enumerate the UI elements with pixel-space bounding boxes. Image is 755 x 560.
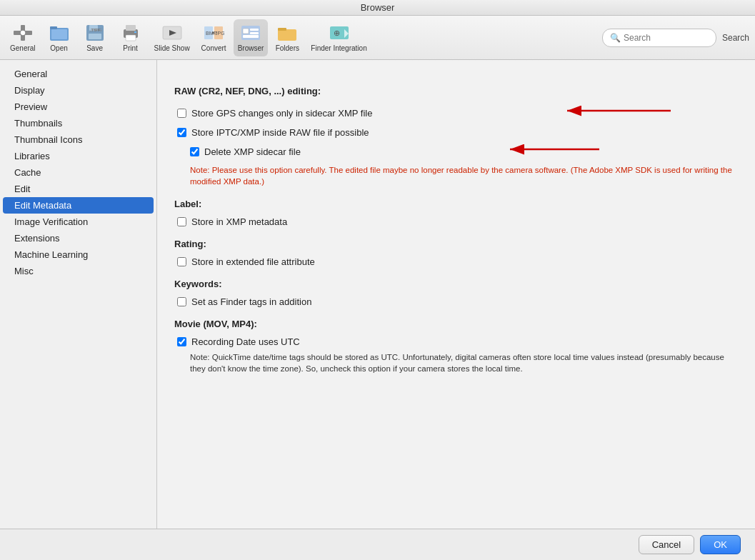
sidebar: General Display Preview Thumbnails Thumb…	[0, 60, 157, 529]
raw-section: RAW (CR2, NEF, DNG, ...) editing: Store …	[174, 86, 738, 187]
checkbox-recording-date-label: Recording Date uses UTC	[191, 336, 300, 347]
svg-rect-15	[134, 31, 136, 33]
checkbox-gps[interactable]	[177, 109, 186, 118]
sidebar-item-extensions[interactable]: Extensions	[3, 230, 154, 246]
toolbar-slideshow-label: Slide Show	[154, 44, 190, 52]
label-section-title: Label:	[174, 199, 738, 209]
sidebar-item-display[interactable]: Display	[3, 82, 154, 99]
movie-section-title: Movie (MOV, MP4):	[174, 319, 738, 329]
checkbox-store-xmp-label: Store in XMP metadata	[191, 216, 287, 227]
checkbox-iptc-label: Store IPTC/XMP inside RAW file if possib…	[191, 127, 369, 138]
toolbar-browser[interactable]: Browser	[234, 19, 269, 56]
toolbar-general-label: General	[10, 44, 36, 52]
svg-rect-14	[126, 35, 136, 41]
svg-rect-28	[278, 29, 296, 41]
checkbox-iptc-row: Store IPTC/XMP inside RAW file if possib…	[174, 127, 738, 138]
sidebar-item-machine-learning[interactable]: Machine Learning	[3, 246, 154, 263]
toolbar-print-label: Print	[123, 44, 138, 52]
toolbar-general[interactable]: General	[6, 19, 40, 56]
main-layout: General Display Preview Thumbnails Thumb…	[0, 60, 755, 529]
svg-rect-8	[89, 34, 101, 39]
movie-section: Movie (MOV, MP4): Recording Date uses UT…	[174, 319, 738, 374]
svg-text:⊕: ⊕	[334, 29, 340, 37]
folders-icon	[276, 23, 299, 43]
toolbar-convert[interactable]: BMP JPG Convert	[197, 19, 231, 56]
search-icon: 🔍	[610, 33, 621, 43]
sidebar-item-cache[interactable]: Cache	[3, 164, 154, 181]
svg-rect-4	[50, 26, 57, 29]
checkbox-finder-tags[interactable]	[177, 297, 186, 306]
sidebar-item-misc[interactable]: Misc	[3, 263, 154, 279]
cancel-button[interactable]: Cancel	[639, 535, 694, 554]
svg-rect-13	[126, 25, 136, 31]
checkbox-store-extended-row: Store in extended file attribute	[174, 256, 738, 267]
checkbox-iptc[interactable]	[177, 128, 186, 137]
checkbox-gps-row: Store GPS changes only in sidecar XMP fi…	[174, 108, 372, 119]
slideshow-icon	[161, 23, 184, 43]
svg-point-2	[20, 30, 26, 36]
sidebar-item-thumbnail-icons[interactable]: Thumbnail Icons	[3, 131, 154, 148]
svg-rect-25	[250, 29, 259, 31]
browser-icon	[239, 23, 262, 43]
toolbar-finder-label: Finder Integration	[311, 44, 366, 52]
checkbox-recording-date-row: Recording Date uses UTC	[174, 336, 738, 347]
title-bar: Browser	[0, 0, 755, 16]
sidebar-item-general[interactable]: General	[3, 66, 154, 82]
bottom-bar: Cancel OK	[0, 529, 755, 560]
save-icon: TIFF JPG PNG	[84, 23, 106, 43]
search-label: Search	[722, 33, 749, 43]
checkbox-recording-date[interactable]	[177, 337, 186, 346]
checkbox-finder-tags-label: Set as Finder tags in addition	[191, 296, 311, 307]
svg-rect-26	[250, 32, 259, 34]
content-inner: RAW (CR2, NEF, DNG, ...) editing: Store …	[174, 86, 738, 529]
svg-rect-29	[278, 28, 286, 31]
svg-rect-5	[51, 29, 67, 39]
sidebar-item-edit[interactable]: Edit	[3, 181, 154, 197]
toolbar-folders-label: Folders	[276, 44, 299, 52]
toolbar-browser-label: Browser	[238, 44, 264, 52]
raw-section-title: RAW (CR2, NEF, DNG, ...) editing:	[174, 86, 738, 96]
toolbar-slideshow[interactable]: Slide Show	[150, 19, 194, 56]
search-box[interactable]: 🔍	[602, 29, 716, 47]
sidebar-item-image-verification[interactable]: Image Verification	[3, 214, 154, 230]
movie-note: Note: QuickTime date/time tags should be…	[190, 351, 733, 374]
checkbox-store-extended[interactable]	[177, 257, 186, 266]
toolbar-open-label: Open	[50, 44, 67, 52]
checkbox-store-extended-label: Store in extended file attribute	[191, 256, 315, 267]
checkbox-store-xmp[interactable]	[177, 217, 186, 226]
toolbar-save[interactable]: TIFF JPG PNG Save	[79, 19, 111, 56]
convert-icon: BMP JPG	[202, 23, 225, 43]
svg-rect-24	[243, 29, 249, 34]
general-icon	[11, 23, 34, 43]
arrow-gps	[560, 101, 674, 123]
checkbox-store-xmp-row: Store in XMP metadata	[174, 216, 738, 227]
sidebar-item-preview[interactable]: Preview	[3, 99, 154, 115]
sidebar-item-edit-metadata[interactable]: Edit Metadata	[3, 197, 154, 214]
content-area: RAW (CR2, NEF, DNG, ...) editing: Store …	[157, 60, 755, 529]
sidebar-item-thumbnails[interactable]: Thumbnails	[3, 115, 154, 131]
ok-button[interactable]: OK	[700, 535, 741, 554]
rating-section-title: Rating:	[174, 239, 738, 249]
rating-section: Rating: Store in extended file attribute	[174, 239, 738, 267]
keywords-section-title: Keywords:	[174, 279, 738, 289]
arrow-delete-xmp	[503, 139, 603, 161]
print-icon	[119, 23, 142, 43]
svg-text:PNG: PNG	[94, 28, 102, 32]
checkbox-delete-xmp[interactable]	[190, 147, 199, 156]
toolbar-print[interactable]: Print	[114, 19, 147, 56]
open-icon	[48, 23, 71, 43]
toolbar-finder[interactable]: ⊕ Finder Integration	[306, 19, 371, 56]
label-section: Label: Store in XMP metadata	[174, 199, 738, 227]
checkbox-delete-xmp-label: Delete XMP sidecar file	[204, 146, 301, 157]
toolbar: General Open TIFF JPG PNG Save	[0, 16, 755, 60]
sidebar-item-libraries[interactable]: Libraries	[3, 148, 154, 164]
search-input[interactable]	[624, 33, 709, 43]
checkbox-finder-tags-row: Set as Finder tags in addition	[174, 296, 738, 307]
checkbox-gps-label: Store GPS changes only in sidecar XMP fi…	[191, 108, 372, 119]
toolbar-open[interactable]: Open	[43, 19, 76, 56]
window-title: Browser	[361, 2, 395, 13]
toolbar-folders[interactable]: Folders	[271, 19, 304, 56]
checkbox-delete-xmp-row: Delete XMP sidecar file	[174, 146, 301, 157]
toolbar-convert-label: Convert	[201, 44, 226, 52]
svg-text:JPG: JPG	[215, 31, 224, 36]
